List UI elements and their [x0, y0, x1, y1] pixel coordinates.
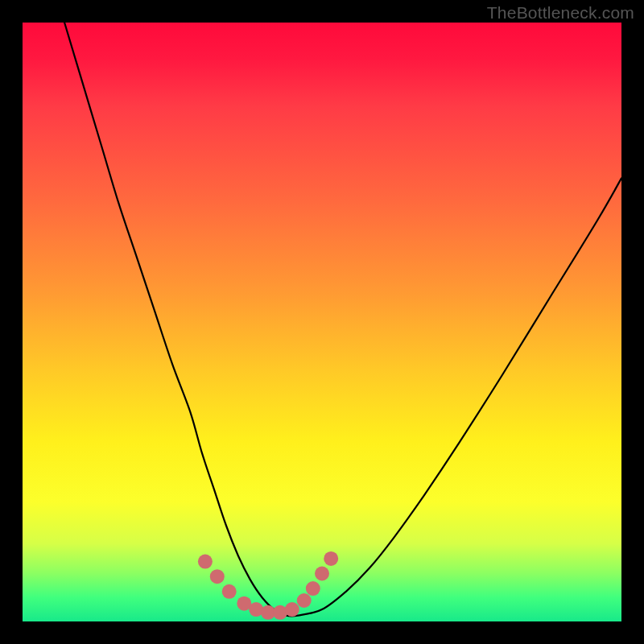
highlight-dot: [198, 555, 213, 569]
chart-frame: TheBottleneck.com: [0, 0, 644, 644]
highlight-dot: [285, 602, 299, 617]
highlight-dot: [306, 581, 320, 596]
highlight-dot: [315, 567, 329, 581]
highlight-dot: [210, 569, 225, 584]
highlight-dot: [324, 551, 338, 566]
bottleneck-curve: [64, 23, 621, 617]
plot-area: [23, 23, 621, 621]
highlight-dot: [222, 584, 237, 599]
highlight-dot: [297, 593, 312, 608]
watermark-text: TheBottleneck.com: [487, 3, 634, 23]
highlight-dots: [198, 551, 338, 620]
curve-layer: [23, 23, 621, 621]
